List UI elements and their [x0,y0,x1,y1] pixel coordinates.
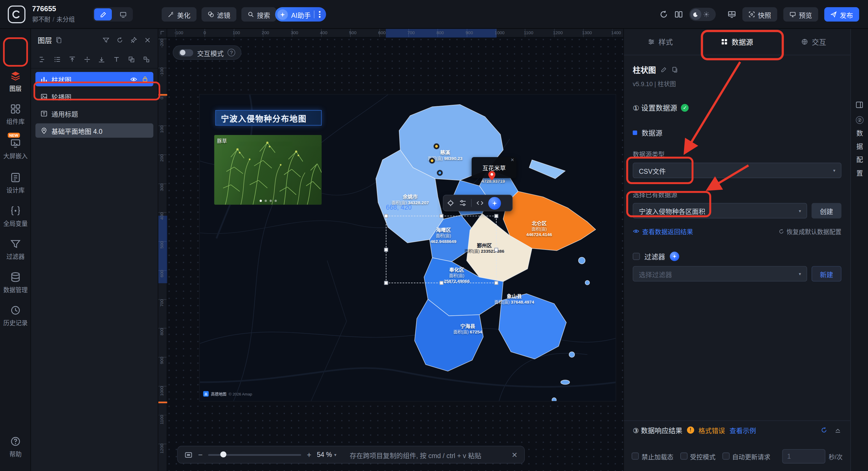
ruler-corner[interactable] [158,29,167,38]
collapse-panel-icon[interactable] [855,101,864,109]
carousel-dot[interactable] [265,200,267,202]
code-icon[interactable] [476,199,484,207]
carousel-dot[interactable] [269,200,272,202]
carousel-component[interactable]: 豚草 [214,135,321,205]
zoom-slider-knob[interactable] [220,451,226,458]
refresh-layers-icon[interactable] [116,36,123,43]
tooltip-close-icon[interactable]: ✕ [510,158,514,163]
existing-datasource-select[interactable]: 宁波入侵物种各区面积 ▾ [632,203,807,218]
interaction-mode-toggle[interactable]: 交互模式 ? [173,45,242,60]
checkbox[interactable] [632,452,639,460]
ruler-horizontal[interactable]: -100010020030040050060070080090010001100… [167,29,623,38]
tab-datasource[interactable]: 数据源 [721,36,753,47]
filter-effects-button[interactable]: 滤镜 [202,7,236,22]
search-button[interactable]: 搜索 [242,7,276,22]
resize-handle-nw[interactable] [384,214,388,218]
design-mode-button[interactable] [94,8,112,21]
refresh-result-icon[interactable] [820,426,828,433]
zoom-in-button[interactable]: + [307,451,311,459]
zoom-level-dropdown[interactable]: 54 % ▾ [317,451,336,459]
align-bottom-icon[interactable] [98,56,105,63]
resize-handle-s[interactable] [439,281,443,284]
datasource-type-select[interactable]: CSV文件 ▾ [632,163,841,178]
carousel-dot[interactable] [274,200,277,202]
pin-icon[interactable] [130,36,137,43]
species-marker-icon[interactable] [437,170,443,176]
rename-pencil-icon[interactable] [660,66,667,73]
lock-icon[interactable] [142,76,148,82]
project-group[interactable]: 未分组 [57,16,75,23]
sidebar-item-help[interactable]: 帮助 [0,435,31,458]
collapse-icon[interactable] [834,426,842,433]
sidebar-item-data-management[interactable]: 数据管理 [0,271,31,294]
fit-screen-icon[interactable] [184,450,192,459]
tree-view-icon[interactable] [39,56,46,63]
canvas-area[interactable]: -100010020030040050060070080090010001100… [158,29,623,471]
text-layer-icon[interactable] [113,56,120,63]
region-label-xiangshan[interactable]: 象山县 面积(亩) 37648.4974 [493,294,535,306]
create-datasource-button[interactable]: 创建 [812,203,842,218]
tab-interaction[interactable]: 交互 [801,36,826,47]
beautify-button[interactable]: 美化 [161,7,196,22]
ruler-vertical[interactable]: -200-10001002003004005006007008009001000… [158,38,167,471]
split-view-icon[interactable] [674,10,683,19]
list-view-icon[interactable] [54,56,61,63]
toggle-switch[interactable] [179,49,193,56]
resize-handle-sw[interactable] [384,281,388,284]
locate-icon[interactable] [447,199,455,207]
app-logo[interactable] [8,5,26,23]
layer-item-title[interactable]: 通用标题 [35,106,153,121]
ai-assistant-button[interactable]: AI助手 [275,7,326,22]
align-middle-icon[interactable] [83,56,91,63]
preview-button[interactable]: 预览 [783,7,818,22]
zoom-out-button[interactable]: − [198,451,203,459]
restore-default-link[interactable]: 恢复成默认数据配置 [778,227,842,236]
sync-icon[interactable] [659,10,668,19]
species-marker-icon[interactable] [429,158,435,164]
copy-icon[interactable] [672,66,678,73]
visibility-eye-icon[interactable] [130,75,137,83]
filter-checkbox[interactable] [632,253,640,260]
region-label-ninghai[interactable]: 宁海县 面积(亩) 67254 [448,324,488,335]
resize-handle-n[interactable] [439,214,443,218]
filter-select[interactable]: 选择过滤器 ▾ [632,266,807,281]
align-top-icon[interactable] [68,56,75,63]
group-icon[interactable] [128,56,135,63]
doc-icon[interactable] [56,36,62,43]
option-auto-update[interactable]: 自动更新请求 [722,452,770,461]
screen-title-component[interactable]: 宁波入侵物种分布地图 [215,110,321,126]
pan-mode-button[interactable] [114,8,132,21]
settings-sliders-icon[interactable] [459,199,467,207]
sidebar-item-design-library[interactable]: 设计库 [0,171,31,194]
theme-toggle[interactable] [689,8,716,21]
update-interval-input[interactable] [782,449,825,463]
tab-style[interactable]: 样式 [648,36,673,47]
publish-button[interactable]: 发布 [824,7,859,22]
sidebar-item-global-vars[interactable]: 全局变量 [0,205,31,228]
kebab-menu-icon[interactable] [318,10,321,19]
selected-location-pin[interactable] [488,171,496,180]
layer-item-base-map[interactable]: 基础平面地图 4.0 [35,124,153,138]
ai-quick-action-button[interactable] [488,197,501,209]
multi-screen-icon[interactable] [727,10,736,19]
sidebar-item-layers[interactable]: 图层 [0,70,31,93]
carousel-dot[interactable] [259,200,261,202]
ai-filter-icon[interactable] [670,251,679,261]
resize-handle-ne[interactable] [494,214,498,218]
toast-close-icon[interactable]: ✕ [512,450,518,459]
species-marker-icon[interactable] [433,143,439,149]
data-config-vertical-tab[interactable]: ② 数 据 配 置 [851,116,868,177]
layer-item-carousel[interactable]: 轮播图 [35,89,153,103]
resize-handle-w[interactable] [384,248,388,251]
view-example-link[interactable]: 查看示例 [730,425,756,435]
sidebar-item-history[interactable]: 历史记录 [0,304,31,327]
region-label-beilun[interactable]: 北仑区 面积(亩)446724.4146 [518,221,560,237]
help-circle-icon[interactable]: ? [228,48,236,56]
checkbox[interactable] [722,452,729,460]
view-data-result-link[interactable]: 查看数据返回结果 [632,227,693,236]
ungroup-icon[interactable] [143,56,150,63]
layer-item-bar-chart[interactable]: 柱状图 [35,72,153,86]
filter-layers-icon[interactable] [102,36,110,43]
option-controlled-mode[interactable]: 受控模式 [680,452,715,461]
snapshot-button[interactable]: 快照 [742,7,777,22]
